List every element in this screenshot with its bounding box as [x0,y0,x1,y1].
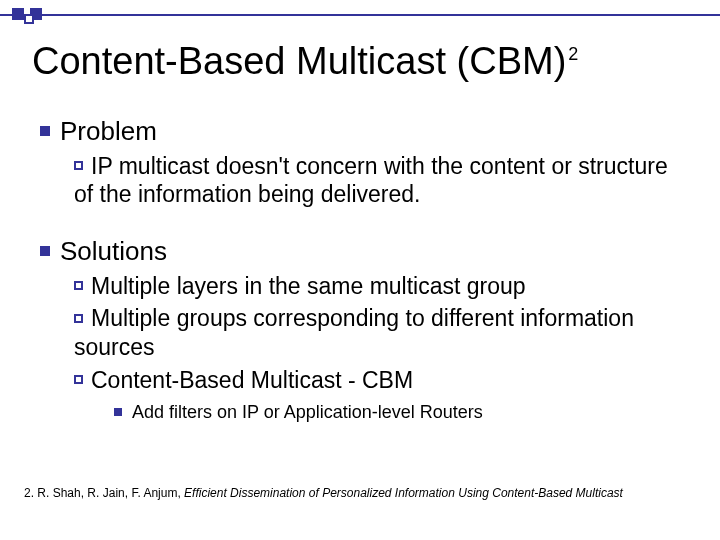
bullet-hollow-icon [74,281,83,290]
list-item: Content-Based Multicast - CBM [74,366,690,395]
slide-body: Problem IP multicast doesn't concern wit… [40,115,690,441]
bullet-hollow-icon [74,161,83,170]
list-item: IP multicast doesn't concern with the co… [74,152,690,210]
deco-square-hollow-icon [24,14,34,24]
footnote-number: 2. [24,486,37,500]
title-superscript: 2 [568,44,578,64]
title-text: Content-Based Multicast (CBM) [32,40,566,82]
bullet-hollow-icon [74,375,83,384]
section-solutions: Solutions Multiple layers in the same mu… [40,235,690,423]
heading-text: Problem [60,116,157,146]
bullet-hollow-icon [74,314,83,323]
bullet-square-icon [40,246,50,256]
sub-list-item: Add filters on IP or Application-level R… [114,401,690,424]
list-item: Multiple groups corresponding to differe… [74,304,690,362]
list-item: Multiple layers in the same multicast gr… [74,272,690,301]
footnote-authors: R. Shah, R. Jain, F. Anjum, [37,486,184,500]
heading-text: Solutions [60,236,167,266]
item-text: Multiple layers in the same multicast gr… [91,273,526,299]
decorative-header-bar [0,6,720,24]
bullet-square-icon [114,408,122,416]
slide-title: Content-Based Multicast (CBM)2 [32,40,578,83]
slide: Content-Based Multicast (CBM)2 Problem I… [0,0,720,540]
section-problem: Problem IP multicast doesn't concern wit… [40,115,690,209]
item-text: Add filters on IP or Application-level R… [132,402,483,422]
section-heading: Problem [40,115,690,148]
bullet-square-icon [40,126,50,136]
section-heading: Solutions [40,235,690,268]
deco-square-icon [12,8,24,20]
item-text: Content-Based Multicast - CBM [91,367,413,393]
footnote-title: Efficient Dissemination of Personalized … [184,486,623,500]
header-line [0,14,720,16]
item-text: Multiple groups corresponding to differe… [74,305,634,360]
item-text: IP multicast doesn't concern with the co… [74,153,668,208]
footnote: 2. R. Shah, R. Jain, F. Anjum, Efficient… [24,486,623,500]
